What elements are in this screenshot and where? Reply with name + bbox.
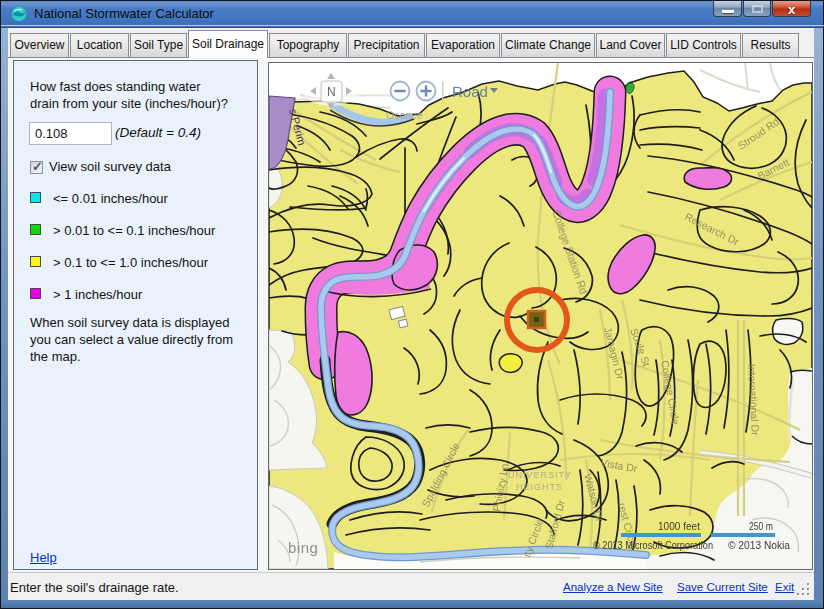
svg-text:1000 feet: 1000 feet [658,520,700,532]
svg-text:N: N [327,85,336,99]
svg-text:© 2013 Microsoft Corporation: © 2013 Microsoft Corporation [593,539,713,551]
svg-text:Oconee: Oconee [386,109,423,121]
svg-text:bing: bing [288,539,318,556]
svg-text:250 m: 250 m [749,520,773,532]
svg-text:UNIVERSITY: UNIVERSITY [508,470,572,480]
svg-text:HEIGHTS: HEIGHTS [516,482,563,492]
svg-text:© 2013 Nokia: © 2013 Nokia [728,539,790,551]
svg-text:Road: Road [452,83,488,100]
